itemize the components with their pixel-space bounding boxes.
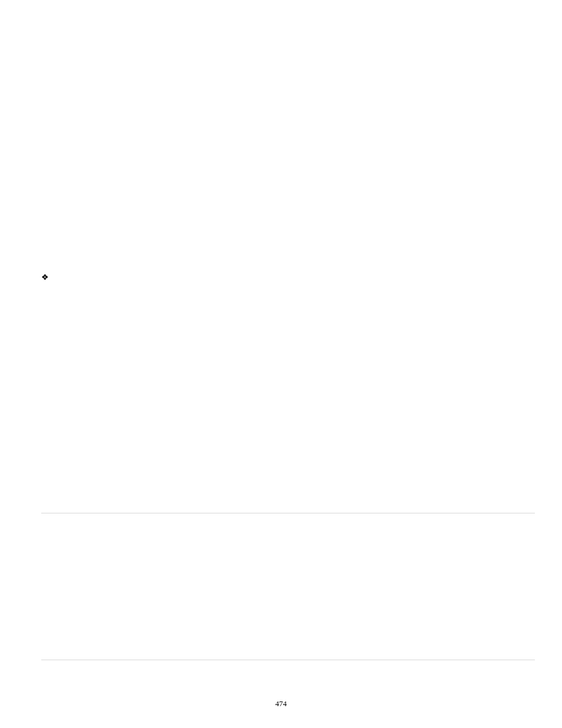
bullet-diamond-icon: ❖ xyxy=(41,274,49,282)
horizontal-rule xyxy=(41,513,535,513)
horizontal-rule xyxy=(41,660,535,660)
page-number: 474 xyxy=(0,699,562,709)
